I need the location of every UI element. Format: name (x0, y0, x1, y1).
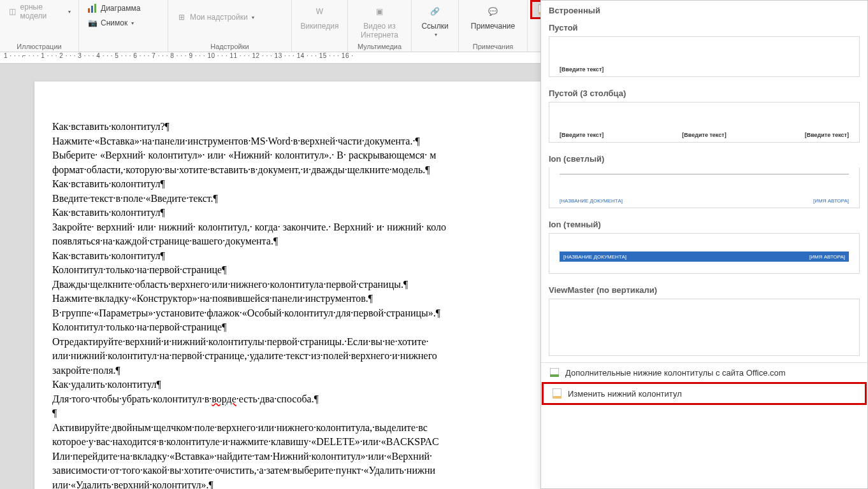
footer-dropdown-panel: Встроенный Пустой [Введите текст] Пустой… (540, 0, 868, 489)
ribbon-group-illustrations2: Диаграмма 📷 Снимок▾ (79, 0, 168, 52)
svg-rect-1 (91, 6, 93, 13)
document-line[interactable]: закройте·поля.¶ (52, 364, 540, 378)
wiki-icon: W (311, 3, 329, 20)
template-preview-empty[interactable]: [Введите текст] (549, 36, 860, 77)
document-line[interactable]: Как·вставить·колонтитул¶ (52, 206, 540, 220)
group-label: Примечания (459, 41, 527, 52)
group-label: Иллюстрации (0, 41, 78, 52)
edit-footer-icon (551, 388, 563, 399)
snapshot-button[interactable]: 📷 Снимок▾ (84, 16, 163, 30)
document-line[interactable]: Как·удалить·колонтитул¶ (52, 378, 540, 392)
document-line[interactable]: которое·у·вас·находится·в·колонтитуле·и·… (52, 435, 540, 450)
template-list: Пустой [Введите текст] Пустой (3 столбца… (541, 18, 867, 362)
svg-rect-8 (553, 396, 561, 399)
edit-footer-item[interactable]: Изменить нижний колонтитул (542, 382, 867, 405)
document-line[interactable]: Как·вставить·колонтитул?¶ (52, 120, 540, 134)
document-line[interactable]: зависимости·от·того·какой·вы·хотите·очис… (52, 464, 540, 478)
more-from-office-item[interactable]: Дополнительные нижние колонтитулы с сайт… (541, 363, 867, 382)
ribbon-group-illustrations: ◫ ерные модели▾ Иллюстрации (0, 0, 79, 52)
document-line[interactable]: формат·области,·которую·вы·хотите·встави… (52, 163, 540, 178)
template-name: Пустой (541, 18, 867, 36)
my-addins-button[interactable]: ⊞ Мои надстройки▾ (173, 10, 286, 24)
page[interactable]: Как·вставить·колонтитул?¶Нажмите·«Вставк… (34, 82, 540, 489)
document-line[interactable]: Отредактируйте·верхний·и·нижний·колонтит… (52, 335, 540, 350)
template-preview-viewmaster[interactable] (549, 299, 860, 356)
video-icon: ▣ (371, 3, 389, 20)
template-preview-3col[interactable]: [Введите текст] [Введите текст] [Введите… (549, 102, 860, 143)
template-preview-ion-dark[interactable]: [НАЗВАНИЕ ДОКУМЕНТА] [ИМЯ АВТОРА] (549, 233, 860, 274)
template-preview-ion-light[interactable]: [НАЗВАНИЕ ДОКУМЕНТА] [ИМЯ АВТОРА] (549, 167, 860, 208)
document-line[interactable]: появляться·на·каждой·странице·вашего·док… (52, 234, 540, 249)
ribbon-group-wiki: W Википедия (292, 0, 348, 52)
office-icon (549, 367, 560, 378)
chart-icon (87, 3, 98, 14)
document-line[interactable]: Введите·текст·в·поле·«Введите·текст.¶ (52, 192, 540, 206)
cube-icon: ◫ (8, 6, 18, 17)
svg-rect-2 (94, 4, 96, 13)
link-icon: 🔗 (426, 3, 444, 20)
comment-icon: 💬 (484, 3, 502, 20)
chart-button[interactable]: Диаграмма (84, 1, 163, 15)
builtin-section-label: Встроенный (541, 1, 867, 18)
document-line[interactable]: Для·того·чтобы·убрать·колонтитул·в·ворде… (52, 392, 540, 407)
ribbon-group-links: 🔗 Ссылки▾ (412, 0, 459, 52)
ribbon-group-media: ▣ Видео из Интернета Мультимедиа (348, 0, 412, 52)
document-line[interactable]: Нажмите·«Вставка»·на·панели·инструментов… (52, 134, 540, 149)
document-line[interactable]: Колонтитул·только·на·первой·странице¶ (52, 263, 540, 278)
comment-button[interactable]: 💬 Примечание (464, 1, 522, 32)
group-label: Надстройки (168, 41, 291, 52)
template-name: Ion (темный) (541, 215, 867, 233)
dropdown-footer: Дополнительные нижние колонтитулы с сайт… (541, 362, 867, 405)
wikipedia-button[interactable]: W Википедия (297, 1, 342, 32)
ribbon-group-comments: 💬 Примечание Примечания (459, 0, 528, 52)
3d-models-button[interactable]: ◫ ерные модели▾ (5, 1, 73, 22)
links-button[interactable]: 🔗 Ссылки▾ (417, 1, 453, 39)
svg-rect-6 (550, 374, 559, 377)
document-line[interactable]: Как·вставить·колонтитул¶ (52, 177, 540, 192)
svg-rect-0 (88, 8, 90, 13)
document-line[interactable]: Или·перейдите·на·вкладку·«Вставка»·найди… (52, 450, 540, 464)
document-line[interactable]: В·группе·«Параметры»·установите·флажок·«… (52, 306, 540, 321)
ribbon-group-addins: ⊞ Мои надстройки▾ Надстройки (168, 0, 292, 52)
camera-icon: 📷 (87, 17, 98, 29)
template-name: ViewMaster (по вертикали) (541, 280, 867, 299)
store-icon: ⊞ (176, 11, 187, 23)
group-label: Мультимедиа (348, 41, 411, 52)
document-line[interactable]: ¶ (52, 406, 540, 421)
document-line[interactable]: или·«Удалить·верхний·колонтитул».¶ (52, 478, 540, 490)
document-line[interactable]: или·нижний·колонтитул·на·первой·странице… (52, 349, 540, 364)
document-line[interactable]: Закройте· верхний· или· нижний· колонтит… (52, 220, 540, 235)
document-line[interactable]: Колонтитул·только·на·первой·странице¶ (52, 320, 540, 335)
document-line[interactable]: Как·вставить·колонтитул¶ (52, 249, 540, 264)
document-line[interactable]: Дважды·щелкните·область·верхнего·или·ниж… (52, 278, 540, 292)
template-name: Пустой (3 столбца) (541, 83, 867, 102)
document-line[interactable]: Нажмите·вкладку·«Конструктор»·на·появивш… (52, 292, 540, 306)
template-name: Ion (светлый) (541, 149, 867, 167)
online-video-button[interactable]: ▣ Видео из Интернета (353, 1, 406, 41)
document-line[interactable]: Активируйте·двойным·щелчком·поле·верхнег… (52, 421, 540, 436)
document-line[interactable]: Выберите· «Верхний· колонтитул»· или· «Н… (52, 148, 540, 163)
